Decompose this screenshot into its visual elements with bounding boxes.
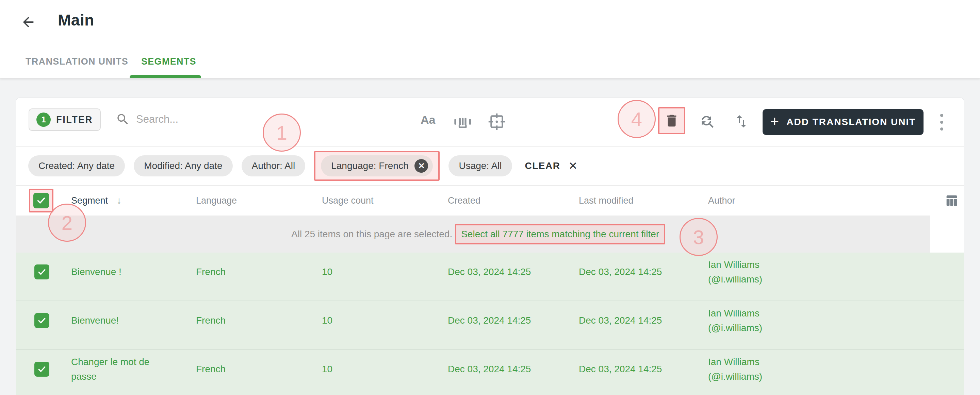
column-header-language[interactable]: Language bbox=[196, 195, 322, 206]
kebab-menu-icon[interactable] bbox=[935, 107, 948, 137]
tab-translation-units[interactable]: TRANSLATION UNITS bbox=[25, 56, 128, 67]
select-all-annotation-box bbox=[29, 189, 53, 213]
tab-label: SEGMENTS bbox=[141, 56, 196, 67]
add-button-label: ADD TRANSLATION UNIT bbox=[786, 117, 916, 127]
cell-author: Ian Williams (@i.williams) bbox=[708, 306, 964, 335]
select-all-link-annotation-box: Select all 7777 items matching the curre… bbox=[455, 224, 665, 244]
app-screen: Main TRANSLATION UNITS SEGMENTS 1 FILTER… bbox=[0, 0, 980, 395]
author-handle: (@i.williams) bbox=[708, 320, 964, 335]
delete-icon[interactable] bbox=[664, 113, 679, 128]
author-name: Ian Williams bbox=[708, 355, 964, 369]
tab-label: TRANSLATION UNITS bbox=[25, 56, 128, 67]
clear-x-icon: ✕ bbox=[568, 159, 578, 172]
cell-created: Dec 03, 2024 14:25 bbox=[448, 267, 579, 278]
search-field bbox=[116, 112, 313, 127]
page-title: Main bbox=[58, 11, 94, 29]
filter-chips-row: Created: Any date Modified: Any date Aut… bbox=[16, 146, 964, 186]
cell-modified: Dec 03, 2024 14:25 bbox=[579, 364, 708, 374]
back-arrow-icon bbox=[21, 14, 36, 30]
column-settings-icon[interactable] bbox=[944, 193, 959, 210]
chip-modified[interactable]: Modified: Any date bbox=[134, 155, 232, 176]
chip-created[interactable]: Created: Any date bbox=[28, 155, 125, 176]
author-name: Ian Williams bbox=[708, 257, 964, 272]
selection-banner-message: All 25 items on this page are selected. bbox=[291, 229, 452, 240]
search-icon bbox=[116, 112, 130, 127]
cell-language: French bbox=[196, 364, 322, 374]
cell-language: French bbox=[196, 315, 322, 326]
column-header-segment[interactable]: Segment ↓ bbox=[71, 195, 196, 206]
segments-card: 1 FILTER Aa + bbox=[16, 98, 964, 395]
active-tab-indicator bbox=[130, 75, 201, 78]
row-checkbox[interactable] bbox=[34, 313, 49, 328]
cell-created: Dec 03, 2024 14:25 bbox=[448, 364, 579, 374]
selection-banner-content: All 25 items on this page are selected. … bbox=[291, 216, 665, 252]
filter-count-badge: 1 bbox=[37, 113, 51, 127]
row-checkbox[interactable] bbox=[34, 362, 49, 377]
add-translation-unit-button[interactable]: + ADD TRANSLATION UNIT bbox=[762, 109, 924, 135]
chip-remove-icon[interactable]: ✕ bbox=[414, 159, 428, 173]
select-all-matching-link[interactable]: Select all 7777 items matching the curre… bbox=[461, 229, 659, 239]
cell-modified: Dec 03, 2024 14:25 bbox=[579, 315, 708, 326]
select-all-checkbox[interactable] bbox=[33, 193, 49, 208]
find-replace-icon[interactable] bbox=[699, 113, 715, 131]
author-handle: (@i.williams) bbox=[708, 369, 964, 384]
cell-usage: 10 bbox=[322, 315, 448, 326]
cell-modified: Dec 03, 2024 14:25 bbox=[579, 267, 708, 278]
author-name: Ian Williams bbox=[708, 306, 964, 320]
selection-frame-icon[interactable] bbox=[488, 113, 506, 132]
cell-usage: 10 bbox=[322, 267, 448, 278]
whole-word-icon[interactable] bbox=[453, 116, 474, 130]
cell-author: Ian Williams (@i.williams) bbox=[708, 257, 964, 287]
selection-banner: All 25 items on this page are selected. … bbox=[16, 216, 964, 252]
sort-arrow-icon: ↓ bbox=[117, 195, 121, 206]
tab-segments[interactable]: SEGMENTS bbox=[141, 56, 196, 67]
cell-created: Dec 03, 2024 14:25 bbox=[448, 315, 579, 326]
table-header: Segment ↓ Language Usage count Created L… bbox=[16, 186, 964, 216]
table-row[interactable]: Changer le mot de passe French 10 Dec 03… bbox=[16, 350, 964, 395]
cell-usage: 10 bbox=[322, 364, 448, 374]
language-chip-annotation-box: Language: French ✕ bbox=[314, 151, 440, 181]
chip-usage[interactable]: Usage: All bbox=[449, 155, 512, 176]
search-input[interactable] bbox=[136, 113, 313, 125]
delete-annotation-box bbox=[658, 107, 685, 134]
table-row[interactable]: Bienvenue ! French 10 Dec 03, 2024 14:25… bbox=[16, 252, 964, 301]
cell-segment: Bienvenue! bbox=[71, 313, 159, 328]
column-header-modified[interactable]: Last modified bbox=[579, 195, 708, 206]
cell-language: French bbox=[196, 267, 322, 278]
chip-language[interactable]: Language: French ✕ bbox=[321, 155, 433, 176]
chip-author[interactable]: Author: All bbox=[242, 155, 305, 176]
author-handle: (@i.williams) bbox=[708, 272, 964, 287]
table-body: Bienvenue ! French 10 Dec 03, 2024 14:25… bbox=[16, 252, 964, 395]
back-button[interactable] bbox=[20, 14, 37, 30]
filter-button[interactable]: 1 FILTER bbox=[29, 108, 101, 131]
sort-icon[interactable] bbox=[733, 113, 749, 131]
column-header-usage[interactable]: Usage count bbox=[322, 195, 448, 206]
match-case-icon[interactable]: Aa bbox=[421, 113, 435, 127]
filter-button-label: FILTER bbox=[56, 114, 92, 125]
row-checkbox[interactable] bbox=[34, 265, 49, 279]
plus-icon: + bbox=[770, 114, 779, 129]
column-header-author[interactable]: Author bbox=[708, 195, 964, 206]
clear-label: CLEAR bbox=[525, 160, 560, 171]
column-header-created[interactable]: Created bbox=[448, 195, 579, 206]
cell-segment: Bienvenue ! bbox=[71, 265, 159, 279]
clear-filters-button[interactable]: CLEAR ✕ bbox=[525, 159, 578, 172]
table-row[interactable]: Bienvenue! French 10 Dec 03, 2024 14:25 … bbox=[16, 301, 964, 350]
cell-segment: Changer le mot de passe bbox=[71, 355, 159, 384]
page-header: Main TRANSLATION UNITS SEGMENTS bbox=[0, 0, 980, 79]
toolbar: 1 FILTER Aa + bbox=[16, 98, 964, 146]
cell-author: Ian Williams (@i.williams) bbox=[708, 355, 964, 384]
